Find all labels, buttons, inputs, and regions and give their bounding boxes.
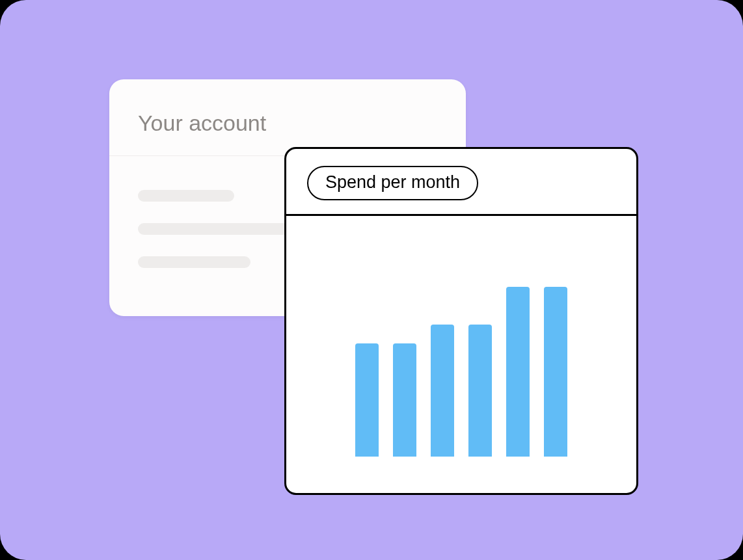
skeleton-line [138, 190, 234, 202]
illustration-canvas: Your account Spend per month [0, 0, 743, 560]
bar [431, 325, 454, 457]
account-title: Your account [138, 111, 266, 136]
bar [468, 325, 492, 457]
skeleton-line [138, 256, 250, 268]
chart-card: Spend per month [284, 147, 638, 495]
chart-title-pill: Spend per month [307, 166, 478, 200]
bar-chart [286, 261, 636, 457]
skeleton-line [138, 223, 291, 235]
chart-body [286, 216, 636, 496]
bar [355, 343, 379, 457]
bar [393, 343, 416, 457]
chart-header: Spend per month [286, 149, 636, 214]
bar [506, 287, 530, 457]
bar [544, 287, 567, 457]
